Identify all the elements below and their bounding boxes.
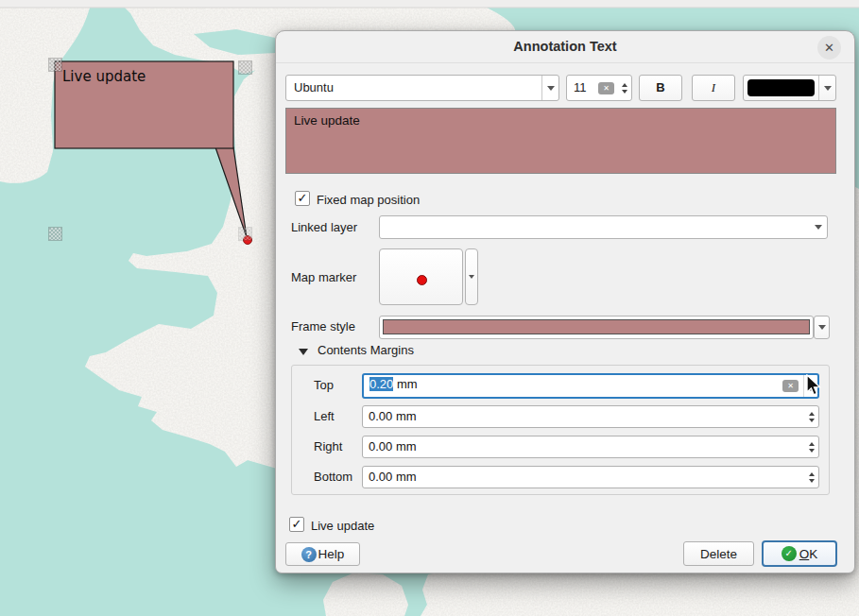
linked-layer-label: Linked layer <box>291 220 357 234</box>
margin-bottom-value: 0.00 mm <box>369 470 417 484</box>
chevron-down-icon <box>818 325 826 330</box>
chevron-down-icon <box>547 86 555 91</box>
margin-right-value: 0.00 mm <box>369 439 417 453</box>
margin-top-spinbox[interactable]: 0.20 mm ✕ <box>362 373 819 399</box>
delete-button[interactable]: Delete <box>683 541 754 566</box>
dialog-titlebar[interactable]: Annotation Text ✕ <box>276 31 854 63</box>
spin-up-icon <box>809 412 815 416</box>
live-update-checkbox[interactable]: ✓ <box>289 517 304 532</box>
screen: Live update Annotation Text ✕ Ubuntu 11 <box>0 0 859 616</box>
margin-top-label: Top <box>314 378 334 392</box>
selection-handle-top-right[interactable] <box>239 61 251 74</box>
chevron-down-icon <box>469 275 474 279</box>
map-marker-button[interactable] <box>379 248 463 305</box>
spin-down-icon <box>809 479 815 483</box>
font-size-spin-buttons[interactable] <box>617 76 631 100</box>
spin-up-icon <box>809 442 815 446</box>
frame-style-preview <box>383 319 810 334</box>
close-icon: ✕ <box>824 41 834 55</box>
clear-icon[interactable]: ✕ <box>598 82 614 94</box>
font-color-dropdown[interactable] <box>818 76 835 100</box>
dialog-title: Annotation Text <box>276 39 854 54</box>
mouse-cursor-icon <box>804 374 823 401</box>
spin-up-icon <box>809 472 815 476</box>
balloon-label: Live update <box>62 68 146 85</box>
clear-icon[interactable]: ✕ <box>782 380 799 392</box>
contents-margins-section-label: Contents Margins <box>318 343 414 357</box>
font-family-dropdown[interactable] <box>541 76 558 100</box>
font-family-value: Ubuntu <box>294 80 334 94</box>
chevron-down-icon <box>815 225 822 230</box>
linked-layer-combobox[interactable] <box>379 215 828 239</box>
margin-right-label: Right <box>314 439 342 453</box>
margin-bottom-label: Bottom <box>314 470 352 484</box>
margin-bottom-spinbox[interactable]: 0.00 mm <box>362 466 819 488</box>
margin-top-suffix: mm <box>393 377 417 391</box>
map-marker-symbol-icon <box>417 275 427 285</box>
italic-button[interactable]: I <box>692 75 735 101</box>
selection-handle-bottom-right[interactable] <box>239 228 251 240</box>
font-color-button[interactable] <box>743 75 836 101</box>
ok-check-icon: ✓ <box>782 546 797 561</box>
help-icon: ? <box>301 547 317 562</box>
font-size-spinbox[interactable]: 11 ✕ <box>566 75 632 101</box>
font-color-swatch <box>747 79 815 96</box>
annotation-text-value: Live update <box>294 113 360 128</box>
margin-bottom-spin-buttons[interactable] <box>804 467 818 488</box>
check-icon: ✓ <box>298 191 308 205</box>
help-button-label: Help <box>318 547 345 561</box>
font-family-combobox[interactable]: Ubuntu <box>285 75 559 101</box>
fixed-map-position-checkbox[interactable]: ✓ <box>295 191 310 206</box>
margin-left-spinbox[interactable]: 0.00 mm <box>362 405 819 428</box>
close-button[interactable]: ✕ <box>817 36 841 60</box>
ok-button-label: OK <box>799 547 818 561</box>
spin-down-icon <box>809 419 815 422</box>
check-icon: ✓ <box>292 517 302 531</box>
margin-left-spin-buttons[interactable] <box>804 406 818 427</box>
live-update-label: Live update <box>311 519 374 533</box>
frame-style-dropdown-button[interactable] <box>814 316 830 339</box>
contents-margins-groupbox: Top 0.20 mm ✕ Left 0.00 mm Right <box>291 365 830 495</box>
chevron-down-icon <box>824 86 832 91</box>
bold-button[interactable]: B <box>639 75 682 101</box>
collapse-triangle-icon[interactable] <box>299 349 308 355</box>
font-size-value: 11 <box>574 80 587 94</box>
selection-handle-bottom-left[interactable] <box>49 228 61 240</box>
margin-right-spinbox[interactable]: 0.00 mm <box>362 436 819 458</box>
spin-down-icon <box>622 90 627 94</box>
margin-right-spin-buttons[interactable] <box>804 436 818 457</box>
linked-layer-dropdown[interactable] <box>810 216 827 238</box>
fixed-map-position-label: Fixed map position <box>317 193 420 207</box>
annotation-text-area[interactable]: Live update <box>285 108 836 174</box>
spin-up-icon <box>622 83 627 87</box>
annotation-text-dialog: Annotation Text ✕ Ubuntu 11 ✕ B <box>275 30 855 573</box>
map-marker-dropdown-button[interactable] <box>465 248 478 305</box>
margin-left-value: 0.00 mm <box>369 409 417 423</box>
frame-style-button[interactable] <box>379 316 814 339</box>
window-top-strip <box>0 0 859 8</box>
frame-style-label: Frame style <box>291 319 355 334</box>
margin-left-label: Left <box>314 409 335 423</box>
ok-button[interactable]: ✓ OK <box>762 540 837 567</box>
delete-button-label: Delete <box>700 547 737 561</box>
spin-down-icon <box>809 449 815 453</box>
help-button[interactable]: ? Help <box>285 542 360 566</box>
selection-handle-top-left[interactable] <box>49 59 61 71</box>
map-marker-label: Map marker <box>291 270 356 284</box>
margin-top-value-selected: 0.20 <box>369 377 393 391</box>
